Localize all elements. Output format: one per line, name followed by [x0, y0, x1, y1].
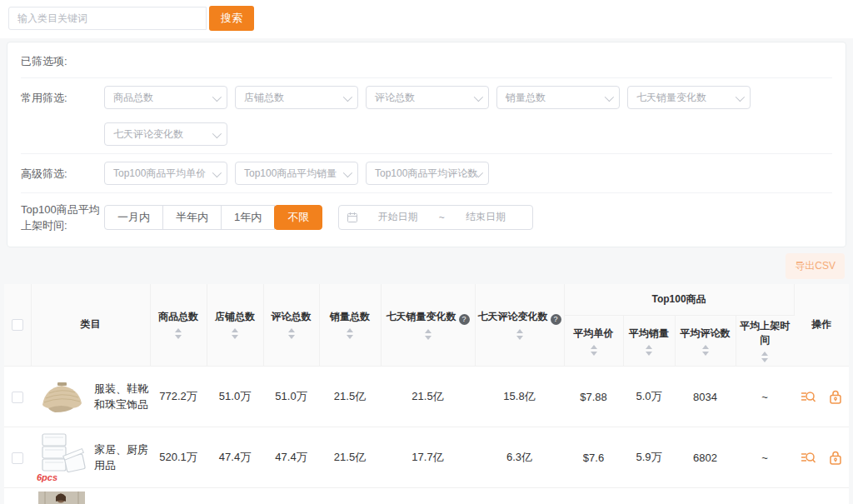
- sort-control[interactable]: [738, 352, 793, 362]
- listing-time-row: Top100商品平均上架时间: 一月内 半年内 1年内 不限 开始日期: [21, 192, 832, 242]
- export-csv-button[interactable]: 导出CSV: [786, 253, 845, 279]
- dropdown-top100-avg-sales[interactable]: Top100商品平均销量: [235, 162, 358, 185]
- col-label: 七天销量变化数: [387, 311, 456, 322]
- col-label: 七天评论变化数: [478, 311, 548, 322]
- cell-review-change-7d: 6.3亿: [475, 427, 564, 488]
- chevron-down-icon: [343, 171, 350, 177]
- col-header-sales-change-7d: 七天销量变化数?: [381, 284, 475, 367]
- cell-review-total: 29.5万: [263, 488, 319, 504]
- col-label: 评论总数: [272, 311, 312, 322]
- view-analysis-button[interactable]: [801, 450, 816, 466]
- table-toolbar: 导出CSV: [0, 247, 853, 284]
- tab-unlimited[interactable]: 不限: [274, 205, 322, 230]
- chevron-down-icon: [474, 95, 481, 102]
- table-row: 6pcs 家居、厨房用品 520.1万 47.4万 47.4万 21.5亿 17…: [4, 427, 849, 488]
- common-filters-label: 常用筛选:: [21, 86, 104, 146]
- chevron-down-icon: [212, 95, 219, 102]
- tab-one-month[interactable]: 一月内: [104, 205, 163, 230]
- view-analysis-button[interactable]: [801, 389, 816, 405]
- col-header-review-change-7d: 七天评论变化数?: [475, 284, 564, 367]
- category-name: 家居、厨房用品: [94, 442, 148, 474]
- table-row: 服装、鞋靴和珠宝饰品 772.2万 51.0万 51.0万 21.5亿 21.5…: [4, 367, 849, 427]
- chevron-down-icon: [474, 171, 481, 177]
- cell-avg-price: $7.6: [564, 427, 623, 488]
- lock-button[interactable]: [828, 389, 843, 405]
- dropdown-label: 七天销量变化数: [636, 91, 706, 105]
- date-range-separator: ~: [437, 212, 446, 223]
- cell-avg-reviews: 5542: [675, 488, 736, 504]
- common-filters-dropdowns: 商品总数 店铺总数 评论总数 销量总数 七天销量变化数 七天评论变化数: [104, 86, 832, 146]
- dropdown-label: Top100商品平均评论数: [375, 167, 477, 181]
- cell-shop-total: 47.4万: [207, 427, 263, 488]
- dropdown-top100-avg-price[interactable]: Top100商品平均单价: [104, 162, 227, 185]
- search-list-icon: [801, 389, 816, 405]
- chevron-down-icon: [212, 171, 219, 177]
- sort-control[interactable]: [383, 329, 473, 340]
- sort-control[interactable]: [566, 345, 621, 356]
- search-list-icon: [801, 450, 816, 466]
- category-image: [37, 492, 87, 504]
- row-checkbox[interactable]: [12, 392, 23, 403]
- category-cell: 6pcs 家居、厨房用品: [32, 431, 148, 484]
- cell-avg-price: $7.88: [564, 367, 623, 427]
- dropdown-label: 评论总数: [375, 91, 415, 105]
- cell-sales-change-7d: 21.5亿: [381, 367, 475, 427]
- advanced-filters-dropdowns: Top100商品平均单价 Top100商品平均销量 Top100商品平均评论数: [104, 162, 832, 185]
- tab-one-year[interactable]: 1年内: [221, 205, 275, 230]
- cell-review-change-7d: 15.8亿: [475, 367, 564, 427]
- tab-half-year[interactable]: 半年内: [162, 205, 222, 230]
- category-search-input[interactable]: [8, 7, 207, 30]
- category-table: 类目 商品总数 店铺总数 评论总数 销量总数 七天销量变化数?: [4, 284, 849, 504]
- cell-product-total: 772.2万: [150, 367, 207, 427]
- cell-review-total: 51.0万: [263, 367, 319, 427]
- search-button[interactable]: 搜索: [209, 6, 254, 31]
- sort-control[interactable]: [477, 329, 562, 340]
- dropdown-sales-change-7d[interactable]: 七天销量变化数: [627, 86, 751, 109]
- help-icon[interactable]: ?: [551, 314, 561, 325]
- cell-sales-change-7d: 21.5亿: [381, 488, 475, 504]
- chevron-down-icon: [605, 95, 611, 102]
- image-badge: 6pcs: [37, 472, 57, 482]
- date-range-picker[interactable]: 开始日期 ~ 结束日期: [338, 205, 533, 230]
- col-header-review-total: 评论总数: [263, 284, 319, 367]
- row-checkbox[interactable]: [12, 452, 23, 464]
- dropdown-top100-avg-reviews[interactable]: Top100商品平均评论数: [366, 162, 489, 185]
- cell-avg-sales: 5.0万: [623, 367, 675, 427]
- dropdown-sales-total[interactable]: 销量总数: [496, 86, 620, 109]
- sort-control[interactable]: [209, 328, 262, 339]
- col-header-shop-total: 店铺总数: [207, 284, 263, 367]
- select-all-checkbox[interactable]: [12, 319, 23, 331]
- cell-sales-total: 21.5亿: [319, 427, 381, 488]
- sort-control[interactable]: [626, 345, 673, 356]
- sort-control[interactable]: [266, 328, 317, 339]
- category-cell: 服装、鞋靴和珠宝饰品: [32, 377, 148, 416]
- col-header-actions: 操作: [794, 284, 849, 367]
- advanced-filters-row: 高级筛选: Top100商品平均单价 Top100商品平均销量 Top100商品…: [21, 153, 832, 192]
- dropdown-shop-total[interactable]: 店铺总数: [235, 86, 358, 109]
- sort-control[interactable]: [152, 328, 205, 339]
- end-date-placeholder[interactable]: 结束日期: [446, 210, 526, 224]
- lock-button[interactable]: [828, 450, 843, 466]
- cell-avg-listing-time: ~: [736, 488, 794, 504]
- category-image: 6pcs: [37, 431, 87, 484]
- help-icon[interactable]: ?: [459, 314, 470, 325]
- lock-icon: [828, 450, 843, 466]
- dropdown-review-total[interactable]: 评论总数: [366, 86, 489, 109]
- col-header-category: 类目: [31, 284, 150, 367]
- category-search-bar: 搜索: [0, 0, 853, 38]
- cell-avg-sales: 5.9万: [623, 427, 675, 488]
- col-label: 平均评论数: [681, 327, 731, 339]
- col-header-avg-sales: 平均销量: [623, 316, 675, 367]
- dropdown-review-change-7d[interactable]: 七天评论变化数: [104, 122, 227, 146]
- row-actions: [796, 389, 847, 405]
- col-header-product-total: 商品总数: [150, 284, 207, 367]
- listing-time-label: Top100商品平均上架时间:: [21, 201, 104, 234]
- dropdown-product-total[interactable]: 商品总数: [104, 86, 227, 109]
- cell-avg-reviews: 8034: [675, 367, 736, 427]
- common-filters-row: 常用筛选: 商品总数 店铺总数 评论总数 销量总数 七天销量变化数: [21, 78, 832, 153]
- col-label: 平均上架时间: [740, 320, 790, 346]
- sort-control[interactable]: [322, 328, 379, 339]
- start-date-placeholder[interactable]: 开始日期: [358, 210, 437, 224]
- sort-control[interactable]: [677, 345, 734, 356]
- listing-time-controls: 一月内 半年内 1年内 不限 开始日期 ~ 结束日期: [104, 201, 832, 234]
